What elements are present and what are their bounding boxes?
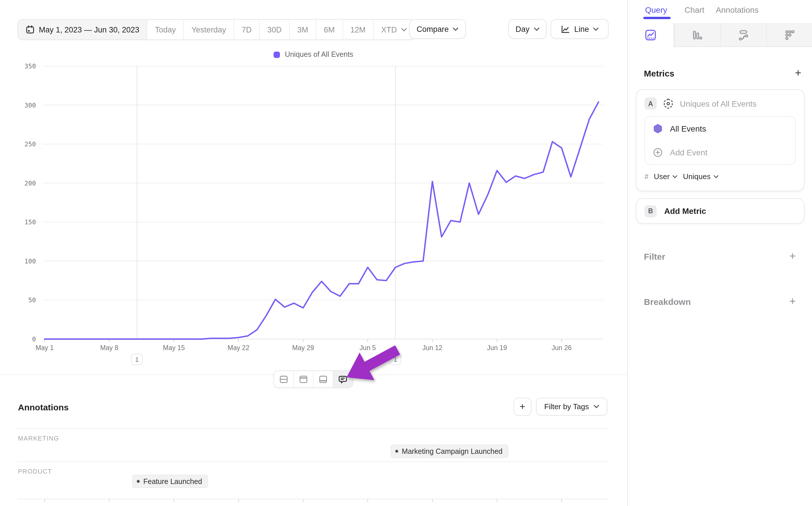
annotation-group-label: MARKETING <box>18 435 59 442</box>
event-row-all-events[interactable]: All Events <box>645 116 795 140</box>
line-chart-icon <box>560 24 570 34</box>
svg-text:May 8: May 8 <box>100 344 118 351</box>
annotation-group-label: PRODUCT <box>18 468 52 475</box>
report-type-tabs <box>628 23 812 47</box>
count-symbol: # <box>644 172 648 181</box>
add-filter-button[interactable]: + <box>789 250 796 263</box>
svg-text:Jun 12: Jun 12 <box>422 344 442 351</box>
add-breakdown-button[interactable]: + <box>789 295 796 308</box>
group-divider <box>17 428 608 429</box>
report-type-flows-tab[interactable] <box>720 23 766 47</box>
event-hexagon-icon <box>662 98 674 109</box>
preset-12m[interactable]: 12M <box>343 20 374 39</box>
granularity-button[interactable]: Day <box>508 19 547 39</box>
retention-grid-icon <box>784 29 796 41</box>
metric-key-badge: B <box>644 205 657 217</box>
annotation-dot-icon <box>137 480 140 483</box>
preset-yesterday[interactable]: Yesterday <box>184 20 234 39</box>
line-chart-canvas: 050100150200250300350May 1May 8May 15May… <box>0 0 627 506</box>
insights-report-page: 050100150200250300350May 1May 8May 15May… <box>0 0 812 506</box>
svg-text:250: 250 <box>24 141 36 148</box>
flows-icon <box>737 29 750 41</box>
report-type-insights-tab[interactable] <box>628 23 674 47</box>
svg-text:350: 350 <box>24 63 36 70</box>
annotation-pill[interactable]: Feature Launched <box>132 475 208 488</box>
metric-a-card: A Uniques of All Events All Events <box>636 89 804 191</box>
svg-text:May 22: May 22 <box>228 344 249 351</box>
insights-line-chart-icon <box>644 29 657 41</box>
preset-xtd[interactable]: XTD <box>374 20 415 39</box>
report-type-retention-tab[interactable] <box>766 23 812 47</box>
tab-query[interactable]: Query <box>645 5 667 14</box>
metric-key-badge: A <box>644 97 657 109</box>
aggregation-dropdown[interactable]: Uniques <box>683 172 719 181</box>
preset-6m[interactable]: 6M <box>317 20 343 39</box>
chevron-down-icon <box>594 405 599 409</box>
svg-text:Jun 19: Jun 19 <box>487 344 507 351</box>
chevron-down-icon <box>714 175 719 178</box>
query-builder-panel: Query Chart Annotations <box>627 0 812 506</box>
layout-split-icon <box>279 374 289 384</box>
add-metric-card[interactable]: B Add Metric <box>636 198 804 224</box>
svg-text:200: 200 <box>24 180 36 187</box>
layout-top-panel-icon <box>298 374 308 384</box>
add-metric-plus-button[interactable]: + <box>790 65 806 81</box>
events-list: All Events Add Event <box>644 116 796 165</box>
chart-legend: Uniques of All Events <box>0 51 627 59</box>
all-events-hexagon-icon <box>653 123 663 134</box>
filter-section: Filter + <box>644 250 796 263</box>
annotation-dot-icon <box>395 450 398 453</box>
layout-split-button[interactable] <box>274 371 294 387</box>
svg-text:100: 100 <box>24 258 36 265</box>
svg-text:0: 0 <box>32 336 36 343</box>
chevron-down-icon <box>401 27 407 31</box>
pointer-arrow <box>313 333 412 391</box>
annotations-title: Annotations <box>18 402 69 412</box>
svg-text:May 29: May 29 <box>292 344 314 351</box>
svg-text:300: 300 <box>24 102 36 109</box>
tab-chart[interactable]: Chart <box>685 5 704 14</box>
svg-text:May 1: May 1 <box>36 344 54 351</box>
group-divider <box>17 461 608 462</box>
tab-annotations[interactable]: Annotations <box>716 5 759 14</box>
chevron-down-icon <box>534 27 539 31</box>
chevron-down-icon <box>593 27 599 31</box>
annotation-pill[interactable]: Marketing Campaign Launched <box>391 444 508 458</box>
add-event-row[interactable]: Add Event <box>645 140 795 164</box>
add-event-plus-icon <box>653 147 663 157</box>
aggregation-row: # User Uniques <box>644 172 796 181</box>
metrics-title: Metrics <box>644 68 674 78</box>
legend-label: Uniques of All Events <box>285 51 353 59</box>
date-range-label: May 1, 2023 — Jun 30, 2023 <box>39 25 140 34</box>
funnels-bar-icon <box>691 29 703 41</box>
layout-top-panel-button[interactable] <box>294 371 313 387</box>
filter-by-tags-button[interactable]: Filter by Tags <box>536 398 607 416</box>
annotation-count-badge[interactable]: 1 <box>131 353 143 365</box>
metric-name: Uniques of All Events <box>680 99 757 108</box>
svg-text:150: 150 <box>24 219 36 226</box>
report-type-funnels-tab[interactable] <box>674 23 720 47</box>
entity-dropdown[interactable]: User <box>654 172 678 181</box>
preset-today[interactable]: Today <box>148 20 184 39</box>
legend-swatch <box>274 51 280 58</box>
chart-type-button[interactable]: Line <box>551 19 609 39</box>
chevron-down-icon <box>453 27 459 31</box>
active-tab-underline <box>643 17 670 19</box>
breakdown-section: Breakdown + <box>644 295 796 308</box>
svg-text:Jun 26: Jun 26 <box>551 344 571 351</box>
add-annotation-button[interactable]: + <box>514 398 532 416</box>
preset-7d[interactable]: 7D <box>234 20 260 39</box>
calendar-icon <box>25 25 35 34</box>
svg-text:May 15: May 15 <box>163 344 185 351</box>
date-range-button[interactable]: May 1, 2023 — Jun 30, 2023 <box>18 20 148 39</box>
preset-30d[interactable]: 30D <box>260 20 290 39</box>
date-range-control: May 1, 2023 — Jun 30, 2023 Today Yesterd… <box>17 19 415 40</box>
preset-3m[interactable]: 3M <box>290 20 317 39</box>
compare-button[interactable]: Compare <box>409 19 466 39</box>
metric-a-header[interactable]: A Uniques of All Events <box>636 90 804 116</box>
svg-text:50: 50 <box>28 297 36 304</box>
chevron-down-icon <box>672 175 678 178</box>
